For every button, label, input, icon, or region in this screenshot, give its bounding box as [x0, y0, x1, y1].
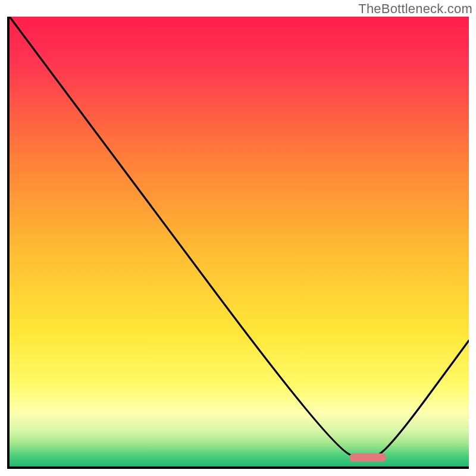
chart-canvas: TheBottleneck.com — [0, 0, 476, 476]
plot-area — [7, 17, 469, 469]
optimal-marker — [349, 453, 386, 462]
watermark-text: TheBottleneck.com — [358, 1, 472, 17]
bottleneck-curve — [10, 17, 469, 466]
